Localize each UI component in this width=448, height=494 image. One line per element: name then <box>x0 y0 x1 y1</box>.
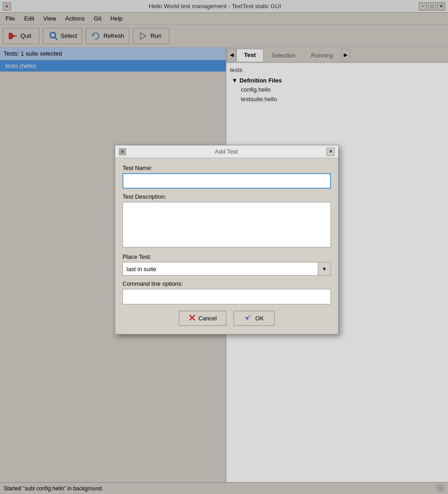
dialog-buttons: Cancel OK <box>122 311 331 328</box>
ok-label: OK <box>255 315 264 322</box>
place-test-select[interactable]: last in suite first in suite <box>122 262 318 276</box>
svg-rect-10 <box>248 318 248 320</box>
dialog-body: Test Name: Test Description: Place Test:… <box>115 158 338 334</box>
test-name-input[interactable] <box>122 173 331 189</box>
cancel-icon <box>188 314 196 323</box>
place-test-dropdown-button[interactable]: ▼ <box>318 262 331 276</box>
ok-icon <box>244 314 253 323</box>
test-name-label: Test Name: <box>122 165 331 171</box>
dialog-wm-icon: ≡ <box>119 148 126 155</box>
place-test-row: last in suite first in suite ▼ <box>122 262 331 276</box>
add-test-dialog: ≡ Add Test ✕ Test Name: Test Description… <box>115 145 339 334</box>
test-description-label: Test Description: <box>122 193 331 200</box>
dialog-close-button[interactable]: ✕ <box>326 148 335 156</box>
place-test-label: Place Test: <box>122 253 331 260</box>
cancel-button[interactable]: Cancel <box>179 311 226 326</box>
command-line-label: Command line options: <box>122 280 331 287</box>
test-description-input[interactable] <box>122 202 331 247</box>
ok-button[interactable]: OK <box>234 311 275 326</box>
dialog-title: Add Test <box>126 148 326 155</box>
dialog-title-bar: ≡ Add Test ✕ <box>115 145 338 158</box>
cancel-label: Cancel <box>199 315 217 322</box>
command-line-input[interactable] <box>122 289 331 304</box>
